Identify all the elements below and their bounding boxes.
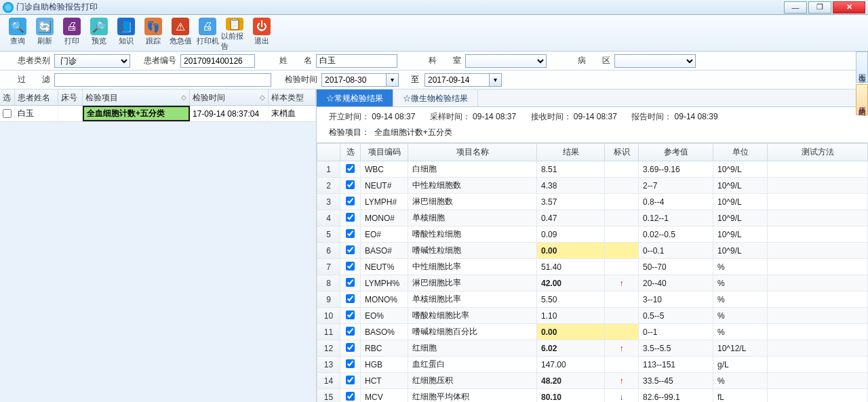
result-checkbox[interactable] <box>346 392 355 401</box>
result-checkbox[interactable] <box>346 343 355 352</box>
result-code: BASO# <box>361 243 408 259</box>
result-checkbox[interactable] <box>346 164 355 173</box>
filter-input[interactable] <box>54 73 271 87</box>
dept-label: 科 室 <box>404 55 465 66</box>
patient-id-input[interactable] <box>180 54 255 68</box>
col-bed[interactable]: 床号 <box>58 89 83 105</box>
rail-history-button[interactable]: 历史结果 <box>856 84 868 115</box>
result-name: 红细胞 <box>408 340 537 357</box>
project-label: 检验项目： <box>329 127 370 137</box>
col-sel[interactable]: 选 <box>0 89 15 105</box>
row-number: 15 <box>317 389 340 403</box>
result-row[interactable]: 13HGB血红蛋白147.00113--151g/L <box>317 357 868 373</box>
patient-type-select[interactable]: 门诊 <box>54 54 130 68</box>
th-flag[interactable]: 标识 <box>605 144 639 161</box>
result-value: 0.00 <box>537 324 605 340</box>
result-method <box>768 357 868 373</box>
date-to-input[interactable] <box>425 73 490 87</box>
result-code: EO% <box>361 308 408 324</box>
ward-select[interactable] <box>614 54 696 68</box>
th-ref[interactable]: 参考值 <box>639 144 713 161</box>
result-ref: 0--0.1 <box>639 243 713 259</box>
toolbar-label: 预览 <box>92 36 106 46</box>
result-code: MONO# <box>361 210 408 226</box>
result-row[interactable]: 5EO#嗜酸性粒细胞0.090.02--0.510^9/L <box>317 226 868 243</box>
toolbar-退出[interactable]: ⏻退出 <box>248 16 275 51</box>
col-stype[interactable]: 样本类型 <box>269 89 316 105</box>
toolbar-查询[interactable]: 🔍查询 <box>4 16 31 51</box>
result-row[interactable]: 11BASO%嗜碱粒细胞百分比0.000--1% <box>317 324 868 340</box>
date-from-dropdown-icon[interactable]: ▾ <box>387 73 399 87</box>
result-checkbox[interactable] <box>346 262 355 270</box>
result-row[interactable]: 4MONO#单核细胞0.470.12--110^9/L <box>317 210 868 226</box>
tab-micro-results[interactable]: ☆微生物检验结果 <box>393 89 478 106</box>
toolbar-跟踪[interactable]: 👣跟踪 <box>140 16 167 51</box>
result-value: 51.40 <box>537 259 605 275</box>
row-number: 8 <box>317 275 340 292</box>
result-checkbox[interactable] <box>346 213 355 222</box>
minimize-button[interactable]: — <box>784 1 807 14</box>
row-checkbox[interactable] <box>3 109 12 118</box>
result-unit: 10^9/L <box>713 210 768 226</box>
th-code[interactable]: 项目编码 <box>361 144 408 161</box>
result-name: 淋巴细胞数 <box>408 194 537 210</box>
toolbar-以前报告[interactable]: 📋以前报告 <box>221 16 248 51</box>
result-row[interactable]: 1WBC白细胞8.513.69--9.1610^9/L <box>317 161 868 178</box>
toolbar-预览[interactable]: 🔎预览 <box>85 16 113 51</box>
th-method[interactable]: 测试方法 <box>768 144 868 161</box>
th-sel[interactable]: 选 <box>340 144 361 161</box>
result-flag <box>605 210 639 226</box>
result-checkbox[interactable] <box>346 359 355 368</box>
result-checkbox[interactable] <box>346 327 355 336</box>
toolbar-知识[interactable]: 📘知识 <box>113 16 140 51</box>
close-button[interactable]: ✕ <box>833 1 865 14</box>
result-checkbox[interactable] <box>346 278 355 287</box>
col-time[interactable]: 检验时间◇ <box>190 89 269 105</box>
info-line: 开立时间： 09-14 08:37 采样时间： 09-14 08:37 接收时间… <box>317 107 868 124</box>
result-table-wrap[interactable]: 选 项目编码 项目名称 结果 标识 参考值 单位 测试方法 1WBC白细胞8.5… <box>317 142 868 402</box>
col-proj[interactable]: 检验项目◇ <box>83 89 190 105</box>
result-row[interactable]: 15MCV红细胞平均体积80.10↓82.6--99.1fL <box>317 389 868 403</box>
toolbar-危急值[interactable]: ⚠危急值 <box>167 16 194 51</box>
result-row[interactable]: 9MONO%单核细胞比率5.503--10% <box>317 292 868 308</box>
result-row[interactable]: 14HCT红细胞压积48.20↑33.5--45% <box>317 373 868 389</box>
maximize-button[interactable]: ❐ <box>808 1 831 14</box>
toolbar-刷新[interactable]: 🔄刷新 <box>31 16 58 51</box>
result-checkbox[interactable] <box>346 310 355 319</box>
result-row[interactable]: 2NEUT#中性粒细胞数4.382--710^9/L <box>317 178 868 194</box>
left-list-body: 白玉全血细胞计数+五分类17-09-14 08:37:04末梢血 <box>0 106 316 402</box>
th-result[interactable]: 结果 <box>537 144 605 161</box>
rail-image-button[interactable]: 图 像 <box>856 52 868 83</box>
date-from-input[interactable] <box>321 73 387 87</box>
result-name: 嗜酸粒细胞比率 <box>408 308 537 324</box>
th-name[interactable]: 项目名称 <box>408 144 537 161</box>
result-row[interactable]: 6BASO#嗜碱性粒细胞0.000--0.110^9/L <box>317 243 868 259</box>
result-checkbox[interactable] <box>346 376 355 384</box>
result-row[interactable]: 3LYMPH#淋巴细胞数3.570.8--410^9/L <box>317 194 868 210</box>
ward-label: 病 区 <box>553 55 614 66</box>
result-row[interactable]: 10EO%嗜酸粒细胞比率1.100.5--5% <box>317 308 868 324</box>
col-name[interactable]: 患者姓名 <box>15 89 58 105</box>
patient-row[interactable]: 白玉全血细胞计数+五分类17-09-14 08:37:04末梢血 <box>0 106 316 122</box>
toolbar-icon: 👣 <box>144 18 162 35</box>
result-unit: 10^9/L <box>713 226 768 243</box>
result-unit: % <box>713 259 768 275</box>
result-row[interactable]: 8LYMPH%淋巴细胞比率42.00↑20--40% <box>317 275 868 292</box>
result-row[interactable]: 7NEUT%中性细胞比率51.4050--70% <box>317 259 868 275</box>
result-checkbox[interactable] <box>346 229 355 238</box>
result-flag: ↑ <box>605 275 639 292</box>
th-unit[interactable]: 单位 <box>713 144 768 161</box>
date-to-dropdown-icon[interactable]: ▾ <box>490 73 502 87</box>
name-input[interactable] <box>316 54 397 68</box>
toolbar-打印[interactable]: 🖨打印 <box>58 16 85 51</box>
result-row[interactable]: 12RBC红细胞6.02↑3.5--5.510^12/L <box>317 340 868 357</box>
toolbar-icon: 🔄 <box>36 18 54 35</box>
result-checkbox[interactable] <box>346 197 355 205</box>
tab-routine-results[interactable]: ☆常规检验结果 <box>317 89 393 106</box>
result-checkbox[interactable] <box>346 180 355 189</box>
dept-select[interactable] <box>465 54 547 68</box>
result-checkbox[interactable] <box>346 294 355 303</box>
result-checkbox[interactable] <box>346 245 355 254</box>
toolbar-打印机[interactable]: 🖨打印机 <box>194 16 221 51</box>
row-number: 7 <box>317 259 340 275</box>
